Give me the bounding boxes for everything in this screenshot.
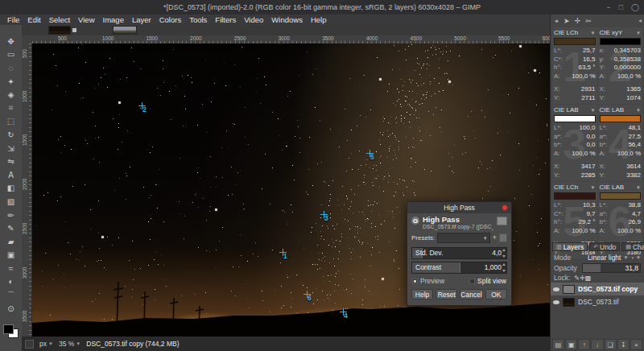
color-model-select[interactable]: CIE LAB▼ bbox=[554, 105, 596, 114]
spinner-arrows-icon[interactable] bbox=[502, 249, 506, 258]
lock-alpha-icon[interactable]: ▩ bbox=[585, 275, 592, 282]
ok-button[interactable]: OK bbox=[485, 289, 507, 299]
layer-row[interactable]: DSC_0573.tif copy bbox=[551, 283, 644, 295]
rotate-tool[interactable]: ↻ bbox=[4, 128, 19, 142]
pointer-dialog-tab-icon[interactable]: ⌖ bbox=[555, 17, 559, 26]
visibility-eye-icon[interactable] bbox=[553, 287, 559, 291]
presets-combo[interactable]: ▼ bbox=[437, 233, 489, 243]
color-model-select[interactable]: CIE LAB▼ bbox=[600, 183, 642, 192]
color-model-select[interactable]: CIE LAB▼ bbox=[600, 105, 642, 114]
unified-transform-tool[interactable]: ⬚ bbox=[4, 115, 19, 129]
tab-layers[interactable]: ▥Layers bbox=[552, 242, 588, 251]
crop-tool[interactable]: ⌗ bbox=[4, 101, 19, 115]
clone-tool[interactable]: ▣ bbox=[4, 249, 19, 262]
raise-layer-button[interactable]: ↑ bbox=[578, 339, 590, 350]
duplicate-layer-button[interactable]: ❏ bbox=[605, 339, 617, 350]
sample-point-marker-6[interactable]: 6 bbox=[303, 291, 313, 300]
visibility-eye-icon[interactable] bbox=[553, 300, 559, 304]
gradient-tool[interactable]: ▧ bbox=[4, 195, 19, 209]
flip-tool[interactable]: ⇋ bbox=[4, 155, 19, 168]
color-model-select[interactable]: CIE xyY▼ bbox=[600, 28, 642, 37]
new-layer-button[interactable]: ▤ bbox=[552, 339, 564, 350]
paths-tool[interactable]: ⌒ bbox=[4, 288, 19, 302]
sample-points-tab-icon[interactable]: ➤ bbox=[564, 17, 570, 25]
bucket-fill-tool[interactable]: ◧ bbox=[4, 182, 19, 196]
preview-checkbox[interactable]: Preview bbox=[412, 277, 444, 285]
dock-collapse-icon[interactable]: ◂ bbox=[638, 17, 642, 24]
menu-tools[interactable]: Tools bbox=[185, 15, 211, 24]
menu-colors[interactable]: Colors bbox=[155, 15, 185, 24]
layer-mode-select[interactable]: Linear light ▼ ◑ ▼ bbox=[588, 254, 641, 262]
sample-point-marker-3[interactable]: 3 bbox=[320, 211, 330, 221]
manage-presets-icon[interactable] bbox=[499, 233, 507, 242]
maximize-button-icon[interactable]: □ bbox=[618, 3, 622, 11]
coord-label: Y: bbox=[600, 94, 605, 103]
cancel-button[interactable]: Cancel bbox=[460, 289, 482, 299]
menu-windows[interactable]: Windows bbox=[267, 15, 307, 24]
contrast-slider[interactable]: Contrast1,000 bbox=[411, 262, 507, 274]
add-preset-icon[interactable]: + bbox=[493, 234, 497, 242]
zoom-select[interactable]: 35 %▼ bbox=[59, 340, 80, 348]
color-model-select[interactable]: CIE LCh▼ bbox=[554, 183, 596, 192]
minimize-button-icon[interactable]: − bbox=[606, 3, 610, 11]
menu-view[interactable]: View bbox=[74, 15, 98, 24]
foreground-color-swatch[interactable] bbox=[3, 324, 14, 334]
scale-tool[interactable]: ⇲ bbox=[4, 142, 19, 155]
blend-space-icon[interactable]: ◑ bbox=[630, 255, 634, 260]
dodge-burn-tool[interactable]: ◐ bbox=[4, 275, 19, 289]
color-model-label: CIE LAB bbox=[554, 106, 579, 114]
sample-point-marker-2[interactable]: 2 bbox=[138, 102, 148, 112]
select-by-color-tool[interactable]: ◈ bbox=[4, 88, 19, 101]
quick-mask-toggle[interactable] bbox=[25, 340, 34, 349]
fg-bg-color-swatch[interactable] bbox=[3, 324, 19, 338]
tab-channels[interactable]: ▤Channels bbox=[621, 242, 644, 251]
image-tab-second[interactable] bbox=[113, 26, 137, 35]
free-select-tool[interactable]: ◌ bbox=[4, 61, 19, 75]
paintbrush-tool[interactable]: ✎ bbox=[4, 221, 19, 235]
gegl-icon: G bbox=[411, 217, 419, 225]
help-button[interactable]: Help bbox=[411, 289, 433, 299]
opacity-slider[interactable]: 31,8 bbox=[582, 263, 641, 273]
lock-position-icon[interactable]: ✛ bbox=[580, 275, 585, 282]
layer-row[interactable]: DSC_0573.tif bbox=[551, 295, 644, 308]
split-view-checkbox[interactable]: Split view bbox=[469, 277, 506, 285]
menu-image[interactable]: Image bbox=[99, 15, 128, 24]
tab-undo[interactable]: ↶Undo bbox=[589, 242, 620, 251]
dialog-titlebar[interactable]: High Pass bbox=[407, 202, 511, 213]
delete-layer-button[interactable]: × bbox=[630, 339, 642, 350]
histogram-tab-icon[interactable]: ✛ bbox=[575, 17, 581, 25]
image-tab-dsc0573[interactable] bbox=[48, 26, 71, 35]
sample-point-marker-1[interactable]: 1 bbox=[279, 249, 289, 258]
text-tool[interactable]: A bbox=[4, 168, 19, 182]
menu-filters[interactable]: Filters bbox=[211, 15, 240, 24]
window-titlebar[interactable]: *[DSC_0573] (imported)-2.0 (RGB color 16… bbox=[0, 0, 644, 14]
menu-video[interactable]: Video bbox=[240, 15, 267, 24]
rectangle-select-tool[interactable]: ▭ bbox=[4, 48, 19, 62]
fuzzy-select-tool[interactable]: ✦ bbox=[4, 75, 19, 89]
new-group-button[interactable]: ▣ bbox=[565, 339, 577, 350]
tool-options-tab-icon[interactable]: ✂ bbox=[585, 17, 592, 25]
reset-button[interactable]: Reset bbox=[436, 289, 457, 299]
menu-help[interactable]: Help bbox=[307, 15, 331, 24]
pencil-tool[interactable]: ✏ bbox=[4, 209, 19, 222]
close-button-icon[interactable]: ◯ bbox=[631, 3, 639, 11]
vertical-ruler[interactable]: 500100015002000250030003500 bbox=[22, 43, 32, 337]
menu-layer[interactable]: Layer bbox=[128, 15, 155, 24]
value-label: A: bbox=[554, 150, 560, 159]
menu-edit[interactable]: Edit bbox=[23, 15, 44, 24]
menu-select[interactable]: Select bbox=[45, 15, 74, 24]
anchor-layer-button[interactable]: ↧ bbox=[617, 339, 630, 350]
dialog-close-icon[interactable] bbox=[502, 204, 508, 211]
smudge-tool[interactable]: ≈ bbox=[4, 262, 19, 275]
move-tool[interactable]: ✥ bbox=[4, 35, 19, 48]
eraser-tool[interactable]: ▰ bbox=[4, 235, 19, 249]
sample-point-marker-4[interactable]: 4 bbox=[340, 308, 349, 318]
std-dev--slider[interactable]: Std. Dev.4,0 bbox=[411, 247, 507, 259]
sample-point-marker-5[interactable]: 5 bbox=[366, 150, 376, 159]
color-model-select[interactable]: CIE LCh▼ bbox=[554, 28, 596, 37]
color-picker-tool[interactable]: ⊙ bbox=[4, 302, 19, 316]
unit-select[interactable]: px▼ bbox=[39, 340, 53, 348]
menu-file[interactable]: File bbox=[3, 15, 23, 24]
spinner-arrows-icon[interactable] bbox=[502, 263, 506, 272]
lower-layer-button[interactable]: ↓ bbox=[591, 339, 603, 350]
